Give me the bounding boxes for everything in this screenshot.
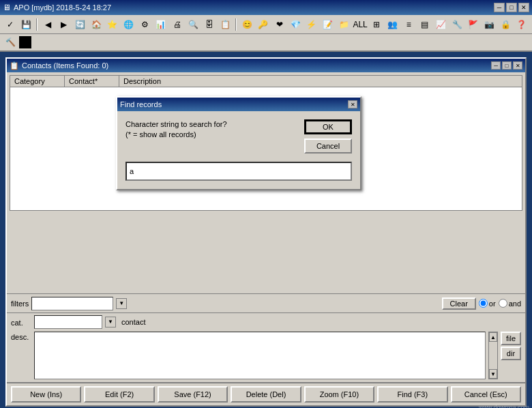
print-btn[interactable]: 🖨 [170,17,185,32]
contacts-window: 📋 Contacts (Items Found: 0) ─ □ ✕ Catego… [5,57,527,407]
maximize-button[interactable]: □ [506,3,517,12]
chart-btn[interactable]: 📊 [153,17,168,32]
bolt-btn[interactable]: ⚡ [304,17,319,32]
lock-btn[interactable]: 🔒 [498,17,513,32]
camera-btn[interactable]: 📷 [482,17,497,32]
find-search-input[interactable] [130,167,348,175]
title-bar: 🖥 APO [mydb] 2018-5-24 18:27 ─ □ ✕ [0,0,532,15]
find-dialog-buttons: OK Cancel [304,119,352,154]
find-cancel-button[interactable]: Cancel [304,139,352,154]
diamond-btn[interactable]: 💎 [288,17,303,32]
table2-btn[interactable]: ▤ [417,17,432,32]
help-btn[interactable]: ❓ [514,17,529,32]
settings-btn[interactable]: ⚙ [137,17,152,32]
heart-btn[interactable]: ❤ [272,17,287,32]
find-dialog-title-bar: Find records ✕ [117,98,360,111]
flag-btn[interactable]: 🚩 [466,17,481,32]
magnify-btn[interactable]: 🔍 [186,17,201,32]
main-area: 📋 Contacts (Items Found: 0) ─ □ ✕ Catego… [0,52,532,408]
smile-btn[interactable]: 😊 [239,17,254,32]
toolbar-row2: 🔨 [0,34,532,52]
find-ok-button[interactable]: OK [304,119,352,134]
find-input-area [125,162,352,181]
find-dialog-left: Character string to search for? (* = sho… [125,119,297,154]
toolbar-sep1 [36,18,38,31]
people-btn[interactable]: 👥 [385,17,400,32]
dialog-overlay: Find records ✕ Character string to searc… [7,59,525,405]
checkmark-btn[interactable]: ✓ [3,17,18,32]
close-button[interactable]: ✕ [518,3,529,12]
toolbar-row1: ✓ 💾 ◀ ▶ 🔄 🏠 ⭐ 🌐 ⚙ 📊 🖨 🔍 🗄 📋 😊 🔑 ❤ 💎 ⚡ 📝 … [0,15,532,34]
find-dialog-body: Character string to search for? (* = sho… [117,111,360,162]
db-btn[interactable]: 🗄 [202,17,217,32]
all-btn[interactable]: ALL [353,17,368,32]
title-bar-left: 🖥 APO [mydb] 2018-5-24 18:27 [3,3,111,12]
home-btn[interactable]: 🏠 [89,17,104,32]
floppy-btn[interactable]: 💾 [19,17,34,32]
star-btn[interactable]: ⭐ [105,17,120,32]
note-btn[interactable]: 📝 [321,17,336,32]
minimize-button[interactable]: ─ [494,3,505,12]
globe-btn[interactable]: 🌐 [121,17,136,32]
find-dialog: Find records ✕ Character string to searc… [116,96,361,190]
tool-btn[interactable]: 🔨 [3,35,18,50]
find-dialog-close-btn[interactable]: ✕ [348,100,357,108]
title-bar-controls: ─ □ ✕ [494,3,529,12]
back-btn[interactable]: ◀ [40,17,55,32]
title-bar-text: APO [mydb] 2018-5-24 18:27 [14,3,111,12]
refresh-btn[interactable]: 🔄 [73,17,88,32]
find-dialog-prompt: Character string to search for? (* = sho… [125,119,297,141]
toolbar-sep2 [235,18,237,31]
folder-btn[interactable]: 📁 [336,17,351,32]
forward-btn[interactable]: ▶ [57,17,72,32]
square-btn[interactable] [19,36,31,48]
table-btn[interactable]: 📋 [218,17,233,32]
app-icon: 🖥 [3,3,11,12]
chart2-btn[interactable]: 📈 [434,17,449,32]
find-dialog-title: Find records [120,100,162,108]
grid-btn[interactable]: ⊞ [369,17,384,32]
list-btn[interactable]: ≡ [401,17,416,32]
key-btn[interactable]: 🔑 [256,17,271,32]
tools-btn[interactable]: 🔧 [449,17,464,32]
